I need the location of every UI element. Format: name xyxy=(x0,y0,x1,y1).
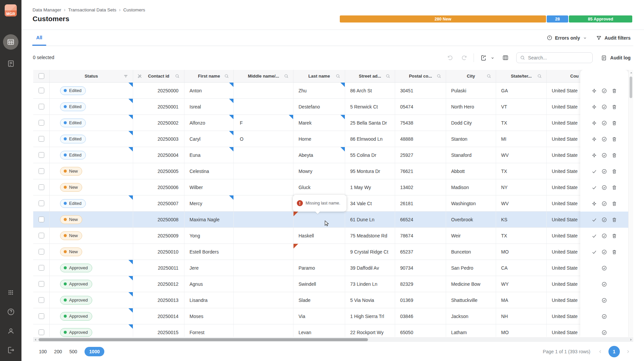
delete-icon[interactable] xyxy=(611,169,617,174)
verify-circle-icon[interactable] xyxy=(601,281,607,287)
row-checkbox[interactable] xyxy=(39,217,44,222)
approve-check-icon[interactable] xyxy=(591,233,597,239)
restore-icon[interactable] xyxy=(591,88,597,94)
restore-icon[interactable] xyxy=(591,104,597,110)
column-search-icon[interactable] xyxy=(335,74,340,79)
export-button[interactable] xyxy=(480,54,487,61)
vertical-scrollbar[interactable] xyxy=(628,70,633,337)
row-checkbox[interactable] xyxy=(39,249,44,255)
approve-check-icon[interactable] xyxy=(591,249,597,255)
approve-check-icon[interactable] xyxy=(591,185,597,190)
sidebar-item-logout[interactable] xyxy=(6,346,15,354)
select-all-checkbox[interactable] xyxy=(39,73,44,79)
tab-all[interactable]: All xyxy=(32,35,46,40)
verify-circle-icon[interactable] xyxy=(601,298,607,303)
row-checkbox[interactable] xyxy=(39,104,44,109)
audit-filters-button[interactable]: Audit filters xyxy=(596,35,631,41)
scroll-up-icon[interactable] xyxy=(629,71,633,75)
row-checkbox[interactable] xyxy=(39,136,44,142)
row-checkbox[interactable] xyxy=(39,313,44,319)
sidebar-item-catalog[interactable] xyxy=(6,59,15,68)
sidebar-item-apps[interactable] xyxy=(6,288,15,297)
mgr-logo[interactable]: MGR xyxy=(5,4,17,16)
column-search-icon[interactable] xyxy=(284,74,289,79)
breadcrumb-customers[interactable]: Customers xyxy=(123,7,145,12)
page-size-1000[interactable]: 1000 xyxy=(85,347,104,356)
row-checkbox[interactable] xyxy=(39,297,44,303)
column-header-middle_name[interactable]: Middle name/... xyxy=(234,70,293,82)
delete-icon[interactable] xyxy=(611,233,617,239)
sidebar-item-help[interactable] xyxy=(6,307,15,316)
verify-circle-icon[interactable] xyxy=(601,233,607,239)
column-search-icon[interactable] xyxy=(175,74,180,79)
undo-button[interactable] xyxy=(447,54,453,61)
verify-circle-icon[interactable] xyxy=(601,185,607,190)
verify-circle-icon[interactable] xyxy=(601,201,607,207)
verify-circle-icon[interactable] xyxy=(601,249,607,255)
verify-circle-icon[interactable] xyxy=(601,169,607,174)
sidebar-item-profile[interactable] xyxy=(6,326,15,335)
redo-button[interactable] xyxy=(461,54,468,61)
delete-icon[interactable] xyxy=(611,201,617,207)
column-search-icon[interactable] xyxy=(385,74,390,79)
verify-circle-icon[interactable] xyxy=(601,314,607,319)
delete-icon[interactable] xyxy=(611,120,617,126)
sidebar-item-data-sets[interactable] xyxy=(3,34,18,50)
delete-icon[interactable] xyxy=(611,217,617,223)
column-header-state[interactable]: State/ter... xyxy=(496,70,547,82)
filter-icon[interactable] xyxy=(123,74,128,79)
restore-icon[interactable] xyxy=(591,136,597,142)
verify-circle-icon[interactable] xyxy=(601,136,607,142)
row-checkbox[interactable] xyxy=(39,281,44,287)
row-checkbox[interactable] xyxy=(39,265,44,271)
verify-circle-icon[interactable] xyxy=(601,330,607,335)
row-checkbox[interactable] xyxy=(39,152,44,158)
page-next-button[interactable] xyxy=(625,349,631,354)
errors-only-dropdown[interactable]: Errors only xyxy=(547,35,588,41)
restore-icon[interactable] xyxy=(591,120,597,126)
approve-check-icon[interactable] xyxy=(591,217,597,223)
verify-circle-icon[interactable] xyxy=(601,104,607,110)
page-size-100[interactable]: 100 xyxy=(39,349,47,354)
delete-icon[interactable] xyxy=(611,249,617,255)
row-checkbox[interactable] xyxy=(39,88,44,93)
vertical-scroll-thumb[interactable] xyxy=(630,77,632,98)
column-search-icon[interactable] xyxy=(436,74,441,79)
scroll-right-icon[interactable] xyxy=(629,337,633,342)
column-header-status[interactable]: Status xyxy=(50,70,133,82)
verify-circle-icon[interactable] xyxy=(601,152,607,158)
columns-button[interactable] xyxy=(502,54,509,61)
breadcrumb-transactional-data-sets[interactable]: Transactional Data Sets xyxy=(68,7,116,12)
column-header-contact_id[interactable]: Contact id xyxy=(133,70,184,82)
delete-icon[interactable] xyxy=(611,104,617,110)
verify-circle-icon[interactable] xyxy=(601,265,607,271)
page-size-500[interactable]: 500 xyxy=(69,349,77,354)
horizontal-scrollbar[interactable] xyxy=(33,337,633,342)
page-size-200[interactable]: 200 xyxy=(54,349,62,354)
verify-circle-icon[interactable] xyxy=(601,217,607,223)
horizontal-scroll-thumb[interactable] xyxy=(39,338,368,341)
column-header-first_name[interactable]: First name xyxy=(184,70,234,82)
row-checkbox[interactable] xyxy=(39,329,44,335)
delete-icon[interactable] xyxy=(611,185,617,190)
approve-check-icon[interactable] xyxy=(591,169,597,174)
delete-icon[interactable] xyxy=(611,136,617,142)
column-header-last_name[interactable]: Last name xyxy=(293,70,345,82)
page-previous-button[interactable] xyxy=(598,349,603,354)
delete-icon[interactable] xyxy=(611,152,617,158)
row-checkbox[interactable] xyxy=(39,120,44,126)
verify-circle-icon[interactable] xyxy=(601,88,607,94)
page-number-button[interactable]: 1 xyxy=(608,346,620,357)
column-search-icon[interactable] xyxy=(486,74,491,79)
column-header-postal[interactable]: Postal co... xyxy=(395,70,446,82)
row-checkbox[interactable] xyxy=(39,168,44,174)
restore-icon[interactable] xyxy=(591,201,597,207)
scroll-left-icon[interactable] xyxy=(34,337,38,342)
restore-icon[interactable] xyxy=(591,152,597,158)
row-checkbox[interactable] xyxy=(39,184,44,190)
search-input[interactable] xyxy=(528,55,589,60)
export-chevron-down-icon[interactable] xyxy=(490,56,495,60)
column-search-icon[interactable] xyxy=(224,74,229,79)
verify-circle-icon[interactable] xyxy=(601,120,607,126)
breadcrumb-data-manager[interactable]: Data Manager xyxy=(33,7,61,12)
